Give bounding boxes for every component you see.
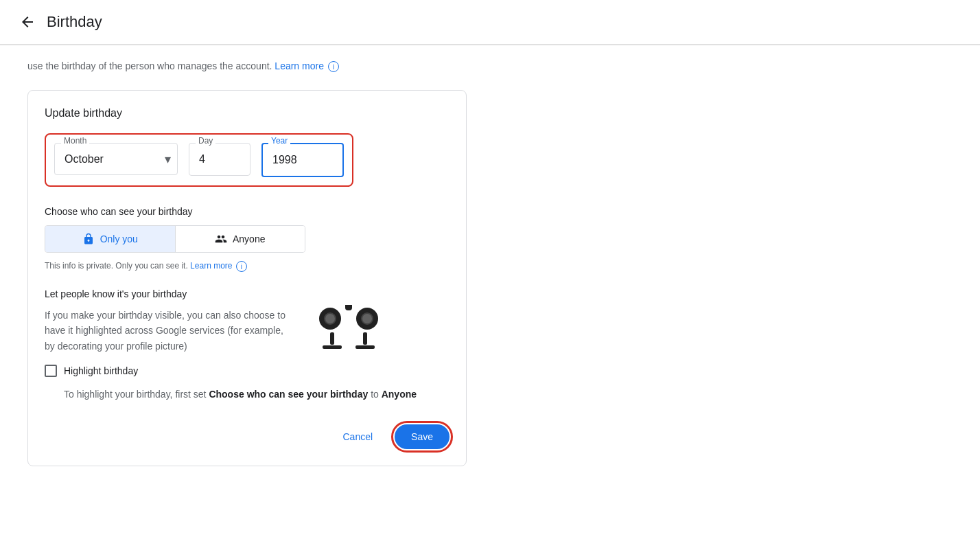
highlight-note: To highlight your birthday, first set Ch… <box>64 387 450 402</box>
highlight-checkbox[interactable] <box>45 365 57 377</box>
highlight-description: If you make your birthday visible, you c… <box>45 308 292 354</box>
birthday-fields-group: Month January February March April May J… <box>45 133 353 187</box>
binoculars-icon <box>319 308 378 349</box>
page-title: Birthday <box>47 13 102 31</box>
content-area: use the birthday of the person who manag… <box>0 45 494 480</box>
highlight-checkbox-row: Highlight birthday <box>45 365 450 377</box>
day-input[interactable] <box>189 143 250 176</box>
privacy-learn-more-link[interactable]: Learn more <box>190 261 235 271</box>
day-field-wrapper: Day <box>189 143 250 177</box>
update-birthday-card: Update birthday Month January February M… <box>27 90 467 466</box>
action-buttons: Cancel Save <box>45 419 450 449</box>
highlight-note-anyone-text: Anyone <box>382 389 417 400</box>
info-icon: i <box>328 61 339 72</box>
only-you-button[interactable]: Only you <box>45 226 176 252</box>
visibility-title: Choose who can see your birthday <box>45 206 450 217</box>
month-select[interactable]: January February March April May June Ju… <box>54 143 178 175</box>
back-arrow-icon <box>19 14 36 30</box>
lock-icon <box>82 233 95 245</box>
visibility-section: Choose who can see your birthday Only yo… <box>45 206 450 272</box>
highlight-section-title: Let people know it's your birthday <box>45 288 450 299</box>
month-field-wrapper: Month January February March April May J… <box>54 143 178 177</box>
anyone-button[interactable]: Anyone <box>176 226 305 252</box>
privacy-info-icon: i <box>236 261 247 272</box>
save-button[interactable]: Save <box>395 424 450 449</box>
cancel-button[interactable]: Cancel <box>331 424 384 449</box>
back-button[interactable] <box>16 11 38 33</box>
person-icon <box>215 233 227 245</box>
birthday-illustration <box>319 308 378 349</box>
highlight-section: Let people know it's your birthday If yo… <box>45 288 450 402</box>
year-input[interactable] <box>261 143 344 177</box>
update-birthday-title: Update birthday <box>45 107 450 119</box>
month-label: Month <box>61 136 89 146</box>
page-container: Birthday use the birthday of the person … <box>0 0 980 537</box>
highlight-content: If you make your birthday visible, you c… <box>45 308 450 354</box>
subtitle-learn-more-link[interactable]: Learn more <box>275 60 326 71</box>
month-select-wrapper: January February March April May June Ju… <box>54 143 178 175</box>
anyone-label: Anyone <box>233 233 265 244</box>
year-field-wrapper: Year <box>261 143 344 177</box>
highlight-checkbox-label[interactable]: Highlight birthday <box>64 365 138 376</box>
year-label: Year <box>268 136 290 146</box>
subtitle-text: use the birthday of the person who manag… <box>27 59 467 73</box>
visibility-toggle: Only you Anyone <box>45 225 305 253</box>
highlight-note-link-text: Choose who can see your birthday <box>209 389 368 400</box>
header: Birthday <box>0 0 980 45</box>
privacy-note: This info is private. Only you can see i… <box>45 261 450 272</box>
only-you-label: Only you <box>100 233 138 244</box>
day-label: Day <box>196 136 215 146</box>
